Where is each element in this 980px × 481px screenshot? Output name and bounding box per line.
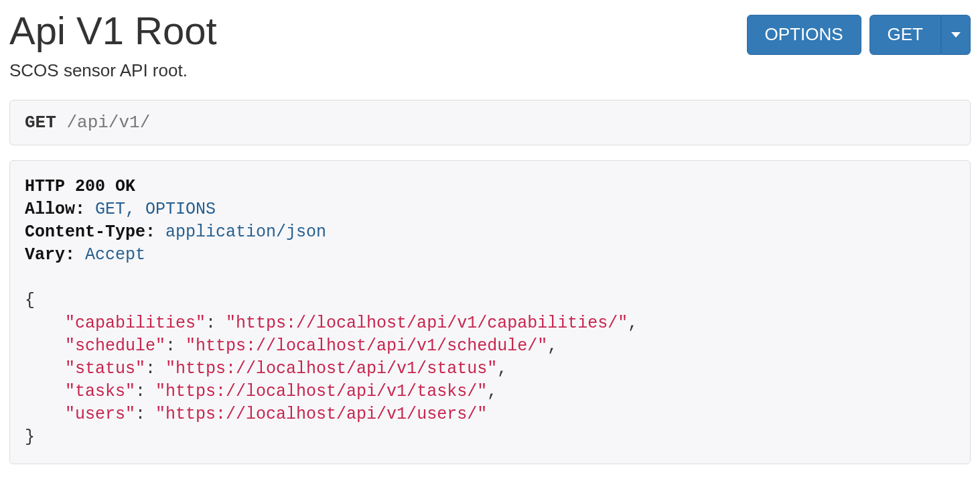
- chevron-down-icon: [951, 32, 961, 38]
- response-body: HTTP 200 OK Allow: GET, OPTIONS Content-…: [25, 176, 955, 449]
- get-button-group: GET: [869, 15, 971, 55]
- response-panel: HTTP 200 OK Allow: GET, OPTIONS Content-…: [9, 160, 971, 464]
- action-button-group: OPTIONS GET: [747, 15, 971, 55]
- request-method: GET: [25, 113, 56, 133]
- get-dropdown-toggle[interactable]: [941, 15, 971, 55]
- request-path: /api/v1/: [66, 113, 150, 133]
- get-button[interactable]: GET: [869, 15, 941, 55]
- page-title: Api V1 Root: [9, 9, 217, 52]
- options-button[interactable]: OPTIONS: [747, 15, 861, 55]
- request-panel: GET /api/v1/: [9, 100, 971, 145]
- request-line: GET /api/v1/: [25, 113, 955, 133]
- page-description: SCOS sensor API root.: [9, 60, 971, 81]
